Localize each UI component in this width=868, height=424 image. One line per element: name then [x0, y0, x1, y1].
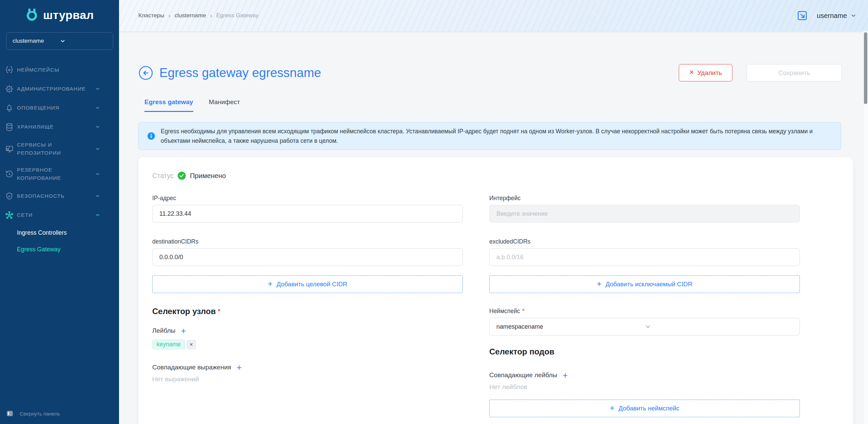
sidebar-item-label: ОПОВЕЩЕНИЯ	[17, 104, 92, 112]
add-destination-cidr-button[interactable]: + Добавить целевой CIDR	[152, 275, 463, 293]
chevron-down-icon	[95, 105, 100, 111]
status-badge: Применено	[190, 172, 226, 180]
helm-logo-icon	[25, 8, 39, 22]
ip-address-label: IP-адрес	[152, 195, 463, 202]
sidebar-item-storage[interactable]: ХРАНИЛИЩЕ	[0, 117, 119, 136]
breadcrumb: Кластеры › clustername › Egress Gateway	[138, 12, 259, 19]
breadcrumb-egress-gateway: Egress Gateway	[216, 12, 259, 19]
add-namespace-button[interactable]: + Добавить неймспейс	[489, 400, 800, 417]
sidebar-item-networks[interactable]: СЕТИ	[0, 206, 119, 225]
tab-manifest[interactable]: Манифест	[209, 98, 240, 112]
sidebar-item-backup[interactable]: РЕЗЕРВНОЕ КОПИРОВАНИЕ	[0, 161, 119, 187]
remove-label-chip-button[interactable]: ×	[187, 340, 196, 349]
info-banner: Egress необходимы для управления всем ис…	[138, 122, 841, 150]
label-chip-row: keyname ×	[152, 340, 463, 349]
add-label-button[interactable]: +	[181, 326, 186, 335]
match-labels-label: Совпадающие лейблы	[489, 371, 557, 379]
collapse-panel-icon	[6, 410, 14, 417]
sidebar-item-label: РЕЗЕРВНОЕ КОПИРОВАНИЕ	[17, 166, 92, 182]
add-excluded-cidr-button[interactable]: + Добавить исключаемый CIDR	[489, 275, 800, 293]
tab-bar: Egress gateway Манифест	[144, 98, 240, 112]
namespace-label-text: Неймспейс	[489, 308, 520, 315]
ip-address-input[interactable]	[152, 205, 463, 223]
gear-icon	[4, 84, 14, 94]
sidebar-item-services[interactable]: СЕРВИСЫ И РЕПОЗИТОРИИ	[0, 136, 119, 161]
save-button[interactable]: Сохранить	[747, 64, 842, 81]
chevron-down-icon	[95, 86, 100, 92]
delete-button[interactable]: × Удалить	[679, 64, 732, 81]
cluster-select-value: clustername	[13, 38, 60, 44]
collapse-panel-button[interactable]: Свернуть панель	[6, 410, 60, 417]
sidebar-item-label: НЕЙМСПЕЙСЫ	[17, 66, 92, 74]
add-match-label-button[interactable]: +	[563, 371, 568, 380]
shield-icon	[4, 191, 14, 201]
sidebar-subitem-ingress-controllers[interactable]: Ingress Controllers	[0, 225, 119, 241]
namespace-select-value: namespacename	[496, 323, 645, 330]
namespace-select[interactable]: namespacename	[489, 318, 800, 335]
sidebar-item-label: БЕЗОПАСНОСТЬ	[17, 192, 92, 200]
user-menu[interactable]: username	[817, 12, 856, 20]
egress-form-card: Статус Применено IP-адрес destinationCID…	[138, 157, 853, 424]
sidebar-item-label: АДМИНИСТРИРОВАНИЕ	[17, 85, 92, 93]
sidebar-item-alerts[interactable]: ОПОВЕЩЕНИЯ	[0, 98, 119, 117]
namespaces-icon	[4, 65, 14, 75]
chevron-down-icon	[95, 124, 100, 130]
brand-logo: штурвал	[0, 8, 119, 22]
database-icon	[4, 122, 14, 132]
breadcrumb-separator: ›	[210, 12, 212, 19]
destination-cidrs-group: destinationCIDRs	[152, 238, 463, 266]
sidebar-item-label: СЕТИ	[17, 211, 92, 219]
excluded-cidrs-label: excludedCIDRs	[489, 238, 800, 245]
bell-icon	[4, 103, 14, 113]
network-icon	[4, 210, 14, 220]
node-selector-title: Селектор узлов *	[152, 307, 463, 316]
interface-field-group: Интерфейс	[489, 195, 800, 223]
destination-cidrs-label: destinationCIDRs	[152, 238, 463, 245]
services-icon	[4, 144, 14, 154]
cluster-select[interactable]: clustername	[6, 32, 113, 50]
backup-icon	[4, 169, 14, 179]
top-header: Кластеры › clustername › Egress Gateway …	[119, 0, 868, 31]
match-labels-empty-text: Нет лейблов	[489, 383, 800, 391]
chevron-up-icon	[95, 212, 100, 218]
namespace-label: Неймспейс *	[489, 307, 800, 315]
chevron-down-icon	[60, 38, 107, 44]
expressions-label: Совпадающие выражения	[152, 364, 231, 371]
sidebar-item-namespaces[interactable]: НЕЙМСПЕЙСЫ	[0, 60, 119, 79]
excluded-cidr-input[interactable]	[489, 248, 800, 266]
node-selector-title-text: Селектор узлов	[152, 307, 216, 316]
collapse-panel-label: Свернуть панель	[20, 411, 60, 417]
excluded-cidrs-group: excludedCIDRs	[489, 238, 800, 266]
labels-label: Лейблы	[152, 327, 175, 334]
back-button[interactable]	[138, 65, 153, 80]
info-banner-text: Egress необходимы для управления всем ис…	[161, 127, 833, 146]
destination-cidr-input[interactable]	[152, 248, 463, 266]
open-external-icon[interactable]	[796, 10, 808, 21]
sidebar-item-administration[interactable]: АДМИНИСТРИРОВАНИЕ	[0, 79, 119, 98]
breadcrumb-clustername[interactable]: clustername	[175, 12, 206, 19]
add-excluded-cidr-label: Добавить исключаемый CIDR	[606, 281, 692, 288]
interface-input[interactable]	[489, 205, 800, 223]
add-namespace-label: Добавить неймспейс	[618, 405, 679, 412]
pod-selector-title: Селектор подов	[489, 347, 800, 356]
plus-icon: +	[597, 279, 601, 289]
chevron-down-icon	[95, 193, 100, 199]
username-label: username	[817, 12, 847, 20]
sidebar-item-label: СЕРВИСЫ И РЕПОЗИТОРИИ	[17, 141, 92, 157]
tab-egress-gateway[interactable]: Egress gateway	[144, 98, 193, 112]
scrollbar-thumb[interactable]	[864, 32, 867, 104]
plus-icon: +	[268, 279, 273, 289]
match-labels-row: Совпадающие лейблы +	[489, 371, 800, 380]
scrollbar-track[interactable]	[863, 31, 868, 424]
sidebar-item-security[interactable]: БЕЗОПАСНОСТЬ	[0, 187, 119, 206]
status-label: Статус	[152, 172, 174, 180]
page-title: Egress gateway egressname	[159, 66, 321, 80]
breadcrumb-clusters[interactable]: Кластеры	[138, 12, 164, 19]
sidebar-subitem-egress-gateway[interactable]: Egress Gateway	[0, 241, 119, 258]
chevron-down-icon	[645, 323, 793, 330]
chevron-down-icon	[95, 146, 100, 152]
label-chip: keyname	[152, 340, 185, 349]
main-content: Egress gateway egressname × Удалить Сохр…	[119, 31, 868, 424]
add-expression-button[interactable]: +	[237, 363, 242, 372]
add-destination-cidr-label: Добавить целевой CIDR	[277, 281, 348, 288]
